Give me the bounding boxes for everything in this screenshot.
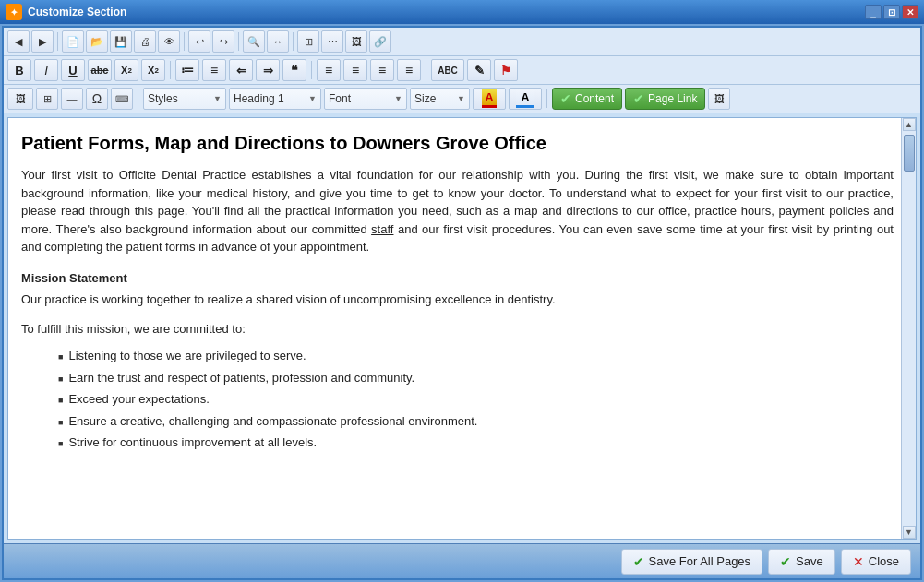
redo-button[interactable]: ↪ xyxy=(212,30,234,53)
heading-arrow: ▼ xyxy=(308,94,317,103)
toolbar-row-1: ◀ ▶ 📄 📂 💾 🖨 👁 ↩ ↪ 🔍 ↔ ⊞ ⋯ 🖼 🔗 xyxy=(4,28,920,56)
unordered-list-button[interactable]: ≡ xyxy=(202,59,226,81)
save-check-icon: ✔ xyxy=(780,554,791,569)
bg-color-button[interactable]: A xyxy=(473,88,506,110)
scrollbar[interactable]: ▲ ▼ xyxy=(901,118,916,539)
outdent-button[interactable]: ⇐ xyxy=(229,59,253,81)
app-icon: ✦ xyxy=(6,4,22,20)
undo-button[interactable]: ↩ xyxy=(188,30,210,53)
close-button[interactable]: ✕ Close xyxy=(841,549,911,575)
sep-2 xyxy=(184,32,185,51)
scroll-up-button[interactable]: ▲ xyxy=(903,118,916,131)
heading-dropdown[interactable]: Heading 1 ▼ xyxy=(229,88,321,110)
link-button[interactable]: 🔗 xyxy=(369,30,391,53)
scroll-down-button[interactable]: ▼ xyxy=(903,526,916,539)
list-item: Listening to those we are privileged to … xyxy=(58,347,894,365)
underline-button[interactable]: U xyxy=(61,59,85,81)
back-button[interactable]: ◀ xyxy=(7,30,30,53)
spellcheck-button[interactable]: ABC xyxy=(431,59,464,81)
align-center-button[interactable]: ≡ xyxy=(343,59,367,81)
styles-dropdown[interactable]: Styles ▼ xyxy=(143,88,226,110)
preview-button[interactable]: 👁 xyxy=(158,30,180,53)
styles-omega-btn[interactable]: Ω xyxy=(86,88,108,110)
replace-button[interactable]: ↔ xyxy=(267,30,289,53)
insert-image-btn2[interactable]: 🖼 xyxy=(708,88,730,110)
ordered-list-button[interactable]: ≔ xyxy=(175,59,199,81)
print-button[interactable]: 🖨 xyxy=(134,30,156,53)
size-dropdown[interactable]: Size ▼ xyxy=(410,88,470,110)
styles-table-btn[interactable]: ⊞ xyxy=(36,88,58,110)
bold-button[interactable]: B xyxy=(7,59,31,81)
save-all-check-icon: ✔ xyxy=(633,554,644,569)
save-all-pages-button[interactable]: ✔ Save For All Pages xyxy=(621,549,763,575)
sep-3 xyxy=(238,32,239,51)
format-toolbar: B I U abc X2 X2 ≔ ≡ ⇐ ⇒ ❝ ≡ ≡ ≡ ≡ ABC ✎ … xyxy=(4,56,920,85)
styles-code-btn[interactable]: ⌨ xyxy=(111,88,133,110)
content-area-wrapper: ▲ ▼ Patient Forms, Map and Directions to… xyxy=(4,113,920,543)
justify-button[interactable]: ≡ xyxy=(397,59,421,81)
page-link-button[interactable]: ✔ Page Link xyxy=(625,88,705,110)
styles-image-btn[interactable]: 🖼 xyxy=(7,88,33,110)
scroll-thumb[interactable] xyxy=(904,135,915,172)
sep-styles-2 xyxy=(546,89,547,108)
table-button[interactable]: ⊞ xyxy=(297,30,319,53)
image-insert-button[interactable]: 🖼 xyxy=(345,30,367,53)
italic-button[interactable]: I xyxy=(34,59,58,81)
open-button[interactable]: 📂 xyxy=(86,30,108,53)
flag-button[interactable]: ⚑ xyxy=(494,59,518,81)
sep-fmt-1 xyxy=(170,61,171,79)
font-arrow: ▼ xyxy=(394,94,402,103)
sep-4 xyxy=(293,32,294,51)
styles-arrow: ▼ xyxy=(213,94,222,103)
save-button[interactable]: ✔ Save xyxy=(768,549,835,575)
save-doc-button[interactable]: 💾 xyxy=(110,30,132,53)
bottom-bar: ✔ Save For All Pages ✔ Save ✕ Close xyxy=(4,543,920,578)
text-color-button[interactable]: A xyxy=(509,88,542,110)
sep-1 xyxy=(57,32,58,51)
hr-button[interactable]: ⋯ xyxy=(321,30,343,53)
close-x-icon: ✕ xyxy=(853,554,864,569)
strikethrough-button[interactable]: abc xyxy=(88,59,112,81)
commitment-intro: To fulfill this mission, we are committe… xyxy=(21,320,894,339)
superscript-button[interactable]: X2 xyxy=(141,59,165,81)
sep-styles-1 xyxy=(138,89,138,108)
list-item: Ensure a creative, challenging and compa… xyxy=(58,412,894,431)
window-title: Customize Section xyxy=(28,6,865,18)
list-item: Strive for continuous improvement at all… xyxy=(58,434,894,452)
bullet-list: Listening to those we are privileged to … xyxy=(58,347,894,452)
staff-link[interactable]: staff xyxy=(371,222,393,236)
blockquote-button[interactable]: ❝ xyxy=(282,59,306,81)
size-arrow: ▼ xyxy=(457,94,465,103)
restore-button[interactable]: ⊡ xyxy=(883,5,900,19)
heading-value: Heading 1 xyxy=(234,92,284,105)
content-para1: Your first visit to Officite Dental Prac… xyxy=(21,166,894,256)
save-all-label: Save For All Pages xyxy=(649,554,751,568)
save-label: Save xyxy=(796,554,823,568)
styles-hr-btn[interactable]: — xyxy=(61,88,83,110)
forward-button[interactable]: ▶ xyxy=(31,30,54,53)
mission-title: Mission Statement xyxy=(21,269,894,288)
content-scroll-area[interactable]: ▲ ▼ Patient Forms, Map and Directions to… xyxy=(7,117,917,540)
align-left-button[interactable]: ≡ xyxy=(317,59,341,81)
content-heading: Patient Forms, Map and Directions to Dow… xyxy=(21,129,894,157)
font-dropdown[interactable]: Font ▼ xyxy=(324,88,407,110)
main-window: ◀ ▶ 📄 📂 💾 🖨 👁 ↩ ↪ 🔍 ↔ ⊞ ⋯ 🖼 🔗 B I U abc … xyxy=(2,26,922,580)
new-doc-button[interactable]: 📄 xyxy=(62,30,84,53)
source-button[interactable]: ✎ xyxy=(467,59,491,81)
minimize-button[interactable]: _ xyxy=(865,5,882,19)
indent-button[interactable]: ⇒ xyxy=(256,59,280,81)
list-item: Exceed your expectations. xyxy=(58,390,894,409)
editor-content[interactable]: Patient Forms, Map and Directions to Dow… xyxy=(8,118,916,467)
styles-value: Styles xyxy=(148,92,178,105)
font-value: Font xyxy=(329,92,351,105)
size-value: Size xyxy=(414,92,436,105)
window-controls: _ ⊡ ✕ xyxy=(865,5,918,19)
subscript-button[interactable]: X2 xyxy=(114,59,138,81)
content-button[interactable]: ✔ Content xyxy=(552,88,622,110)
sep-fmt-3 xyxy=(426,61,426,79)
styles-toolbar: 🖼 ⊞ — Ω ⌨ Styles ▼ Heading 1 ▼ Font ▼ Si… xyxy=(4,85,920,113)
close-window-button[interactable]: ✕ xyxy=(902,5,918,19)
find-button[interactable]: 🔍 xyxy=(243,30,265,53)
sep-fmt-2 xyxy=(311,61,312,79)
align-right-button[interactable]: ≡ xyxy=(370,59,394,81)
